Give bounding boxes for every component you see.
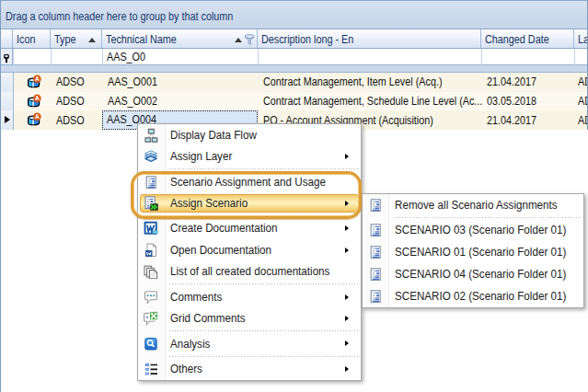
- svg-text:A: A: [35, 113, 40, 120]
- svg-text:A: A: [35, 95, 40, 101]
- svg-text:A: A: [35, 75, 40, 82]
